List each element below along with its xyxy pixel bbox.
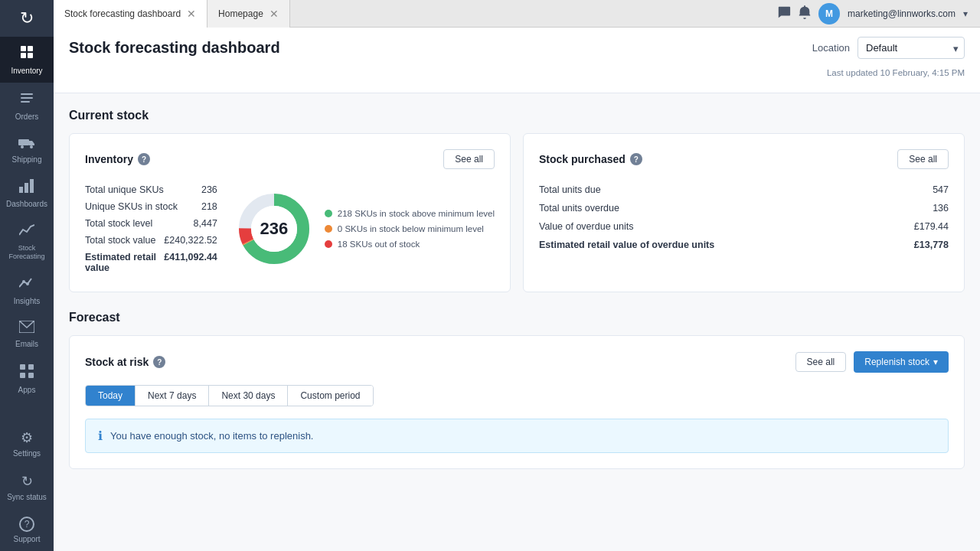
- period-tabs: Today Next 7 days Next 30 days Custom pe…: [85, 385, 374, 406]
- stat-row-value-overdue: Value of overdue units £179.44: [539, 218, 949, 235]
- sidebar-item-label: Support: [13, 535, 40, 543]
- forecast-card: Stock at risk ? See all Replenish stock …: [69, 335, 965, 469]
- stat-row: Total stock level 8,447: [85, 215, 217, 232]
- sidebar-item-support[interactable]: ? Support: [0, 509, 54, 551]
- sidebar-item-orders[interactable]: Orders: [0, 83, 54, 129]
- stat-row-units-due: Total units due 547: [539, 181, 949, 198]
- svg-rect-2: [21, 53, 26, 58]
- forecast-header-right: See all Replenish stock ▾: [795, 351, 949, 373]
- info-message-box: ℹ You have enough stock, no items to rep…: [85, 419, 949, 453]
- legend-dot-green: [325, 210, 332, 217]
- sidebar-item-shipping[interactable]: Shipping: [0, 129, 54, 171]
- sidebar-item-label: Emails: [15, 340, 38, 348]
- legend-item-orange: 0 SKUs in stock below minimum level: [325, 224, 495, 233]
- stock-forecasting-icon: [19, 223, 34, 241]
- sidebar-item-label: Insights: [14, 297, 40, 305]
- tab-stock-forecasting[interactable]: Stock forecasting dashboard ✕: [54, 0, 207, 28]
- stat-row: Total stock value £240,322.52: [85, 232, 217, 249]
- sidebar-item-apps[interactable]: Apps: [0, 356, 54, 402]
- svg-rect-16: [20, 364, 25, 370]
- period-tab-custom[interactable]: Custom period: [288, 386, 372, 406]
- sidebar: ↻ Inventory Orders Shipping Dashboards S…: [0, 0, 54, 551]
- bell-icon[interactable]: [799, 5, 811, 22]
- svg-rect-7: [18, 139, 29, 145]
- location-select-wrapper: Default: [858, 37, 965, 59]
- replenish-chevron-icon: ▾: [933, 357, 938, 367]
- legend-dot-orange: [325, 225, 332, 233]
- period-tab-next-30[interactable]: Next 30 days: [209, 386, 288, 406]
- svg-point-8: [21, 145, 24, 148]
- dashboards-icon: [19, 179, 34, 197]
- svg-rect-5: [21, 97, 33, 99]
- sidebar-item-label: Inventory: [11, 67, 42, 75]
- donut-center-value: 236: [260, 219, 288, 239]
- sidebar-item-inventory[interactable]: Inventory: [0, 37, 54, 83]
- stat-row: Unique SKUs in stock 218: [85, 198, 217, 215]
- donut-legend: 218 SKUs in stock above minimum level 0 …: [325, 209, 495, 249]
- avatar: M: [818, 3, 840, 24]
- purchased-stats: Total units due 547 Total units overdue …: [539, 181, 949, 253]
- shipping-icon: [18, 136, 35, 152]
- stat-row-retail-overdue: Estimated retail value of overdue units …: [539, 236, 949, 253]
- tab-label: Homepage: [218, 8, 263, 19]
- user-menu-chevron[interactable]: ▾: [963, 8, 968, 19]
- sidebar-item-label: Settings: [13, 449, 41, 458]
- inventory-card-title: Inventory ?: [85, 153, 150, 165]
- svg-rect-17: [28, 364, 34, 370]
- sidebar-logo[interactable]: ↻: [0, 0, 54, 37]
- forecast-title: Forecast: [69, 311, 965, 324]
- inventory-card-header: Inventory ? See all: [85, 149, 495, 169]
- sidebar-item-label: Shipping: [12, 155, 42, 164]
- stat-row-bold: Estimated retail value £411,092.44: [85, 249, 217, 276]
- sidebar-item-label: Apps: [18, 386, 36, 394]
- sidebar-item-stock-forecasting[interactable]: Stock Forecasting: [0, 216, 54, 269]
- period-tab-today[interactable]: Today: [86, 386, 136, 406]
- stock-at-risk-help-icon[interactable]: ?: [153, 356, 165, 368]
- svg-rect-3: [28, 53, 33, 58]
- period-tab-next-7[interactable]: Next 7 days: [136, 386, 209, 406]
- donut-chart: 236: [236, 191, 312, 267]
- inventory-see-all-button[interactable]: See all: [443, 149, 495, 169]
- replenish-stock-button[interactable]: Replenish stock ▾: [854, 351, 949, 373]
- insights-icon: [19, 276, 34, 294]
- stock-at-risk-title: Stock at risk ?: [85, 356, 165, 368]
- svg-rect-12: [30, 179, 34, 193]
- page-header: Stock forecasting dashboard Location Def…: [54, 28, 980, 93]
- sidebar-item-sync-status[interactable]: ↻ Sync status: [0, 465, 54, 509]
- svg-rect-0: [21, 46, 26, 51]
- sidebar-item-insights[interactable]: Insights: [0, 269, 54, 313]
- inventory-body: Total unique SKUs 236 Unique SKUs in sto…: [85, 181, 495, 276]
- sidebar-item-label: Sync status: [7, 493, 47, 501]
- tab-homepage[interactable]: Homepage ✕: [207, 0, 290, 28]
- purchased-card-header: Stock purchased ? See all: [539, 149, 949, 169]
- sidebar-item-dashboards[interactable]: Dashboards: [0, 171, 54, 216]
- tab-close-stock[interactable]: ✕: [187, 8, 196, 19]
- sidebar-item-label: Dashboards: [6, 200, 47, 208]
- last-updated: Last updated 10 February, 4:15 PM: [54, 68, 980, 85]
- tab-label: Stock forecasting dashboard: [64, 8, 181, 19]
- sidebar-item-label: Orders: [15, 112, 39, 121]
- purchased-help-icon[interactable]: ?: [630, 153, 642, 165]
- purchased-card-title: Stock purchased ?: [539, 153, 642, 165]
- tabbar: Stock forecasting dashboard ✕ Homepage ✕…: [54, 0, 980, 28]
- tab-close-homepage[interactable]: ✕: [270, 8, 279, 19]
- legend-dot-red: [325, 240, 332, 248]
- chat-icon[interactable]: [777, 5, 791, 22]
- header-right: Location Default: [812, 37, 965, 59]
- sidebar-item-settings[interactable]: ⚙ Settings: [0, 422, 54, 465]
- inventory-help-icon[interactable]: ?: [138, 153, 150, 165]
- info-icon: ℹ: [98, 429, 103, 443]
- svg-rect-18: [20, 373, 25, 378]
- stock-at-risk-see-all-button[interactable]: See all: [795, 352, 847, 372]
- stock-purchased-card: Stock purchased ? See all Total units du…: [523, 133, 965, 292]
- apps-icon: [19, 364, 34, 383]
- svg-point-9: [30, 145, 33, 148]
- purchased-see-all-button[interactable]: See all: [897, 149, 949, 169]
- svg-rect-6: [21, 101, 30, 103]
- location-select[interactable]: Default: [858, 37, 965, 59]
- forecast-card-header: Stock at risk ? See all Replenish stock …: [85, 351, 949, 373]
- inventory-stats: Total unique SKUs 236 Unique SKUs in sto…: [85, 181, 217, 276]
- stat-row: Total unique SKUs 236: [85, 181, 217, 198]
- svg-rect-19: [28, 373, 34, 378]
- sidebar-item-emails[interactable]: Emails: [0, 313, 54, 356]
